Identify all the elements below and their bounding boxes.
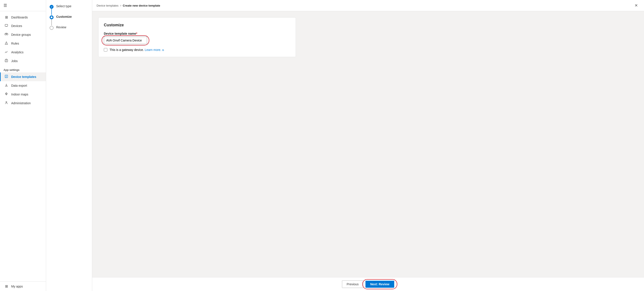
- svg-rect-4: [6, 34, 8, 35]
- dialog-footer: Previous Next: Review: [92, 277, 644, 291]
- wizard-step-customize: Customize: [50, 15, 88, 26]
- app-settings-label: App settings: [0, 66, 46, 72]
- sidebar-item-jobs[interactable]: Jobs: [0, 56, 46, 66]
- device-template-name-input[interactable]: [104, 37, 147, 44]
- svg-point-19: [6, 93, 7, 94]
- breadcrumb-parent: Device templates: [96, 4, 118, 7]
- rules-icon: [4, 41, 8, 46]
- administration-icon: [4, 101, 8, 105]
- sidebar-item-label: Analytics: [11, 50, 24, 54]
- breadcrumb-separator: >: [120, 4, 122, 7]
- device-groups-icon: [4, 32, 8, 37]
- step-circle-select-type: [50, 5, 54, 9]
- step-circle-customize: [50, 15, 54, 19]
- sidebar-item-label: Device templates: [11, 75, 36, 78]
- sidebar-item-dashboards[interactable]: ⊞ Dashboards: [0, 13, 46, 22]
- content-main: Device templates > Create new device tem…: [92, 0, 644, 291]
- checkbox-label: This is a gateway device. Learn more. ⧉: [110, 48, 164, 52]
- sidebar-item-label: Device groups: [11, 33, 31, 36]
- svg-rect-0: [5, 24, 8, 26]
- sidebar-item-my-apps[interactable]: ⊞ My apps: [0, 282, 46, 291]
- sidebar-item-indoor-maps[interactable]: Indoor maps: [0, 90, 46, 99]
- sidebar-item-label: Devices: [11, 24, 22, 28]
- learn-more-link[interactable]: Learn more. ⧉: [145, 48, 164, 52]
- sidebar-item-device-templates[interactable]: Device templates: [0, 72, 46, 81]
- sidebar-top: ☰: [0, 0, 46, 11]
- step-label-customize: Customize: [56, 15, 72, 18]
- analytics-icon: [4, 50, 8, 54]
- jobs-icon: [4, 59, 8, 63]
- sidebar-item-label: Jobs: [11, 59, 18, 63]
- sidebar: ☰ ⊞ Dashboards Devices Device groups Rul…: [0, 0, 46, 291]
- sidebar-item-label: Indoor maps: [11, 92, 28, 96]
- step-connector-2: [51, 19, 52, 26]
- sidebar-item-administration[interactable]: Administration: [0, 99, 46, 108]
- dialog-title: Customize: [104, 23, 290, 28]
- breadcrumb-current: Create new device template: [123, 4, 160, 7]
- sidebar-item-analytics[interactable]: Analytics: [0, 48, 46, 56]
- next-button-wrapper: Next: Review: [366, 281, 394, 288]
- dialog-card: Customize Device template name* This is …: [98, 17, 296, 57]
- my-apps-icon: ⊞: [4, 284, 8, 288]
- devices-icon: [4, 24, 8, 28]
- next-button[interactable]: Next: Review: [366, 281, 394, 288]
- dialog-body: Customize Device template name* This is …: [92, 11, 644, 277]
- sidebar-item-device-groups[interactable]: Device groups: [0, 30, 46, 39]
- wizard-steps-panel: Select type Customize Review: [46, 0, 92, 291]
- wizard-step-review: Review: [50, 26, 88, 30]
- sidebar-bottom: ⊞ My apps: [0, 281, 46, 291]
- dashboards-icon: ⊞: [4, 15, 8, 19]
- sidebar-item-data-export[interactable]: Data export: [0, 81, 46, 90]
- previous-button[interactable]: Previous: [342, 280, 363, 288]
- content-wrapper: Select type Customize Review Device temp…: [46, 0, 644, 291]
- svg-rect-12: [5, 60, 8, 62]
- step-connector-1: [51, 9, 52, 15]
- dialog-header: Device templates > Create new device tem…: [92, 0, 644, 11]
- sidebar-item-devices[interactable]: Devices: [0, 22, 46, 30]
- data-export-icon: [4, 84, 8, 88]
- svg-rect-3: [5, 34, 6, 35]
- sidebar-item-label: Rules: [11, 42, 19, 45]
- input-highlight: [104, 37, 147, 44]
- field-label: Device template name*: [104, 32, 290, 35]
- sidebar-nav: ⊞ Dashboards Devices Device groups Rules: [0, 11, 46, 281]
- breadcrumb: Device templates > Create new device tem…: [96, 4, 160, 7]
- checkbox-row: This is a gateway device. Learn more. ⧉: [104, 48, 290, 52]
- sidebar-item-label: My apps: [11, 285, 23, 288]
- hamburger-icon[interactable]: ☰: [4, 3, 7, 8]
- wizard-step-select-type: Select type: [50, 4, 88, 15]
- step-label-review: Review: [56, 26, 66, 29]
- step-circle-review: [50, 26, 54, 30]
- sidebar-item-rules[interactable]: Rules: [0, 39, 46, 48]
- indoor-maps-icon: [4, 92, 8, 96]
- svg-point-20: [6, 102, 7, 103]
- gateway-device-checkbox[interactable]: [104, 48, 107, 52]
- device-templates-icon: [4, 74, 8, 79]
- required-star: *: [136, 32, 137, 35]
- step-label-select-type: Select type: [56, 4, 71, 8]
- sidebar-item-label: Dashboards: [11, 16, 28, 19]
- external-link-icon: ⧉: [162, 49, 164, 51]
- sidebar-item-label: Data export: [11, 84, 27, 87]
- sidebar-item-label: Administration: [11, 102, 31, 105]
- close-button[interactable]: ✕: [633, 2, 640, 9]
